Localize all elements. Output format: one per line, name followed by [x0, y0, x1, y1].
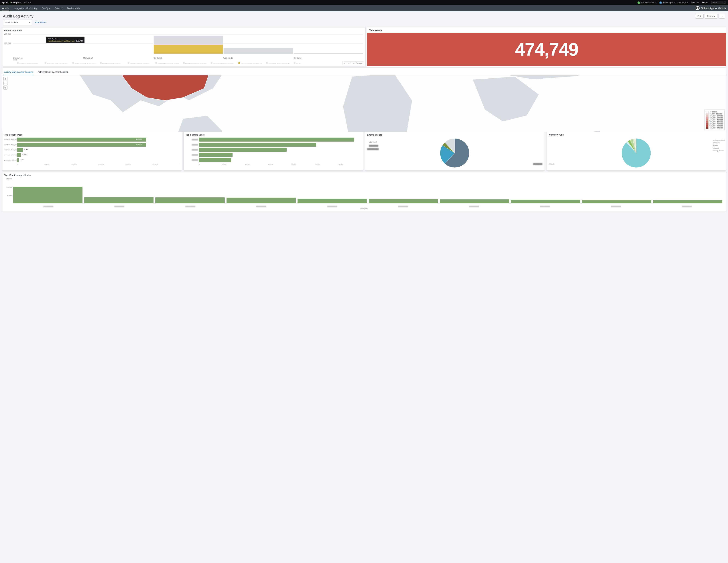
- admin-label: Administrator: [641, 1, 654, 4]
- events-over-time-chart[interactable]: 400,000 200,000: [13, 33, 363, 57]
- pie-label-redacted: ████████: [533, 163, 542, 165]
- download-icon[interactable]: ⤓: [347, 62, 349, 64]
- messages-count-badge: 2: [659, 1, 662, 4]
- total-events-value: 474,749: [515, 39, 578, 60]
- svg-point-0: [723, 2, 724, 3]
- brand-splunk: splunk: [2, 1, 9, 4]
- y-tick: 50,000: [7, 195, 12, 197]
- panel-activity-map: Activity Map by Actor Location Activity …: [2, 67, 726, 130]
- events-per-org-pie[interactable]: other (178) ████████ ████████ ██████████: [367, 138, 542, 169]
- nav-audit[interactable]: Audit: [2, 7, 9, 11]
- workflow-runs-pie[interactable]: success action_required cancelled failur…: [549, 138, 724, 169]
- messages-label: Messages: [663, 1, 673, 4]
- y-tick: 100,000: [6, 186, 12, 188]
- x-axis-title: repository: [4, 208, 724, 209]
- settings-menu[interactable]: Settings: [678, 1, 688, 4]
- panel-top10-repos: Top 10 active repositories 150,000 100,0…: [2, 172, 726, 211]
- zoom-icon[interactable]: ⤢: [344, 62, 346, 64]
- more-button[interactable]: ...: [719, 14, 725, 19]
- panel-title: Events per org: [367, 134, 542, 136]
- top10-repos-chart[interactable]: 150,000 100,000 50,000 █████████████████…: [4, 178, 724, 207]
- map-reset[interactable]: ⊙: [3, 86, 7, 90]
- chart-tooltip: Jun 15, 2021 workflows.created_workflow_…: [46, 37, 84, 43]
- filter-row: Week to date Hide Filters: [0, 20, 728, 27]
- info-icon[interactable]: i: [351, 62, 351, 64]
- tab-activity-map[interactable]: Activity Map by Actor Location: [4, 69, 33, 75]
- brand-logo: splunk > enterprise: [2, 1, 21, 4]
- refresh-time: 1m ago: [356, 62, 362, 64]
- panel-total-events: Total events 474,749: [367, 27, 726, 66]
- apps-menu[interactable]: Apps: [24, 1, 31, 4]
- time-range-value: Week to date: [5, 21, 18, 24]
- tooltip-value: 173,722: [76, 40, 83, 42]
- export-button[interactable]: Export: [705, 14, 717, 19]
- search-icon: [723, 2, 725, 4]
- world-map[interactable]: + − ⊙: [2, 75, 726, 132]
- activity-menu[interactable]: Activity: [691, 1, 699, 4]
- brand-chevron-icon: >: [9, 1, 11, 4]
- panel-top5-active-users: Top 5 active users █████████████████████…: [183, 132, 363, 171]
- edit-button[interactable]: Edit: [695, 14, 704, 19]
- help-menu[interactable]: Help: [702, 1, 708, 4]
- x-axis-labels: Sun Jun 13 Mon Jun 14 Tue Jun 15 Wed Jun…: [13, 57, 363, 59]
- app-title: Splunk App for Github: [701, 7, 726, 10]
- tooltip-series: workflows.created_workflow_run:: [48, 40, 75, 42]
- panel-title: Events over time: [4, 29, 363, 32]
- panel-title: Top 5 event types: [4, 134, 180, 136]
- pie-label-redacted: ████████: [369, 145, 378, 147]
- panel-top5-event-types: Top 5 event types workflow...flow_run226…: [2, 132, 182, 171]
- panel-title: Top 10 active repositories: [4, 174, 724, 177]
- global-find-input[interactable]: Find: [711, 1, 726, 4]
- nav-config[interactable]: Config: [42, 7, 50, 10]
- tooltip-date: Jun 15, 2021: [48, 38, 83, 40]
- pie-label-other: other (178): [369, 141, 377, 143]
- find-placeholder: Find: [713, 1, 717, 4]
- page-title: Audit Log Activity: [3, 14, 34, 19]
- hide-filters-link[interactable]: Hide Filters: [35, 21, 46, 24]
- map-zoom-out[interactable]: −: [3, 81, 7, 85]
- nav-search[interactable]: Search: [55, 7, 62, 10]
- panel-title: Workflow runs: [549, 134, 724, 136]
- admin-badge-icon: i: [638, 1, 640, 4]
- panel-events-over-time: Events over time 400,000 200,000: [2, 27, 366, 66]
- panel-workflow-runs: Workflow runs success action_required ca…: [546, 132, 726, 171]
- svg-line-1: [724, 3, 725, 3]
- admin-menu[interactable]: i Administrator: [638, 1, 656, 4]
- tab-activity-count[interactable]: Activity Count by Actor Location: [38, 69, 68, 75]
- workflow-labels: action_required cancelled failure skippe…: [713, 139, 725, 152]
- map-zoom-in[interactable]: +: [3, 77, 7, 81]
- time-range-select[interactable]: Week to date: [3, 20, 32, 25]
- panel-title: Top 5 active users: [186, 134, 361, 136]
- panel-events-per-org: Events per org other (178) ████████ ████…: [365, 132, 545, 171]
- nav-integration-monitoring[interactable]: Integration Monitoring: [14, 7, 37, 10]
- y-tick: 200,000: [4, 42, 11, 44]
- chart-legend: integration_installation.createintegrati…: [17, 62, 363, 64]
- map-tabs: Activity Map by Actor Location Activity …: [2, 69, 726, 75]
- pie-label-redacted: ██████████: [367, 148, 379, 150]
- chart-toolbar: ⤢ ⤓ i ↻ 1m ago: [343, 62, 364, 65]
- nav-dashboards[interactable]: Dashboards: [67, 7, 80, 10]
- pie-label-success: success: [549, 163, 555, 165]
- brand-enterprise: enterprise: [11, 1, 21, 4]
- title-bar: Audit Log Activity Edit Export ...: [0, 11, 728, 20]
- global-topbar: splunk > enterprise Apps i Administrator…: [0, 0, 728, 5]
- app-nav: Audit Integration Monitoring Config Sear…: [0, 5, 728, 11]
- github-icon: [696, 6, 700, 10]
- y-tick: 400,000: [4, 33, 11, 35]
- map-legend: 0 - 60,00060,000 - 120,000120,000 - 180,…: [704, 110, 725, 130]
- panel-title: Total events: [367, 27, 726, 33]
- x-axis-year: 2021: [13, 59, 363, 61]
- refresh-icon[interactable]: ↻: [353, 62, 355, 64]
- top5-active-users-chart[interactable]: ██████████████████████████████020,00040,…: [186, 138, 361, 165]
- y-tick: 150,000: [6, 178, 12, 180]
- top5-event-types-chart[interactable]: workflow...flow_run226,205workflow...flo…: [4, 138, 180, 165]
- messages-menu[interactable]: 2 Messages: [659, 1, 675, 4]
